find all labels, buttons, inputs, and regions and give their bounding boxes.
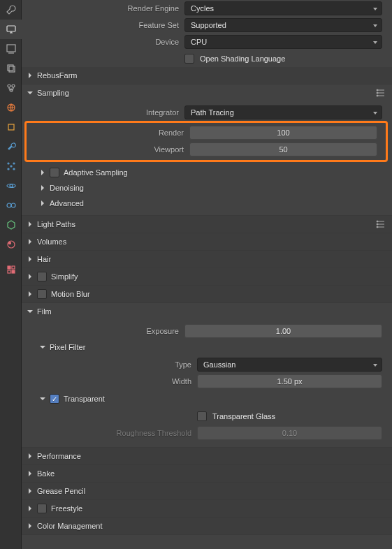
transparent-glass-checkbox[interactable] bbox=[197, 411, 207, 421]
panel-grease-pencil[interactable]: Grease Pencil bbox=[22, 483, 392, 499]
adaptive-sampling-checkbox[interactable] bbox=[50, 168, 59, 177]
filter-type-label: Type bbox=[40, 360, 197, 369]
chevron-down-icon bbox=[26, 89, 34, 97]
tab-particle[interactable] bbox=[0, 156, 22, 176]
svg-point-16 bbox=[7, 203, 11, 207]
svg-rect-22 bbox=[8, 270, 10, 273]
chevron-right-icon bbox=[38, 168, 47, 177]
simplify-checkbox[interactable] bbox=[37, 272, 47, 281]
svg-point-9 bbox=[8, 163, 9, 164]
tab-data[interactable] bbox=[0, 215, 22, 235]
properties-tabs bbox=[0, 0, 22, 549]
panel-simplify[interactable]: Simplify bbox=[22, 268, 392, 285]
panel-adaptive-sampling[interactable]: Adaptive Sampling bbox=[34, 165, 392, 180]
svg-point-12 bbox=[13, 168, 15, 170]
tab-view-layer[interactable] bbox=[0, 59, 22, 78]
chevron-down-icon bbox=[38, 343, 47, 351]
panel-light-paths[interactable]: Light Paths bbox=[22, 216, 392, 233]
tab-constraint[interactable] bbox=[0, 196, 22, 215]
panel-hair[interactable]: Hair bbox=[22, 251, 392, 268]
svg-point-25 bbox=[377, 92, 378, 94]
svg-point-28 bbox=[377, 224, 378, 225]
chevron-right-icon bbox=[26, 469, 34, 478]
tab-material[interactable] bbox=[0, 235, 22, 254]
device-select[interactable]: CPU bbox=[184, 35, 382, 49]
freestyle-checkbox[interactable] bbox=[37, 504, 47, 513]
panel-performance[interactable]: Performance bbox=[22, 448, 392, 464]
tab-world[interactable] bbox=[0, 98, 22, 117]
svg-point-27 bbox=[377, 221, 378, 222]
render-engine-select[interactable]: Cycles bbox=[184, 1, 382, 15]
svg-rect-2 bbox=[8, 65, 13, 71]
chevron-right-icon bbox=[26, 220, 34, 228]
chevron-right-icon bbox=[38, 199, 47, 207]
preset-icon[interactable] bbox=[374, 217, 388, 231]
integrator-label: Integrator bbox=[27, 108, 184, 117]
integrator-select[interactable]: Path Tracing bbox=[184, 105, 382, 119]
svg-point-17 bbox=[11, 203, 15, 207]
tab-tool[interactable] bbox=[0, 0, 22, 20]
panel-denoising[interactable]: Denoising bbox=[34, 180, 392, 196]
exposure-input[interactable]: 1.00 bbox=[184, 324, 382, 338]
panel-motion-blur[interactable]: Motion Blur bbox=[22, 286, 392, 302]
preset-icon[interactable] bbox=[374, 86, 388, 100]
transparent-glass-label: Transparent Glass bbox=[212, 412, 275, 420]
tab-modifier[interactable] bbox=[0, 137, 22, 156]
filter-width-label: Width bbox=[40, 377, 197, 386]
svg-rect-21 bbox=[12, 266, 15, 269]
svg-point-26 bbox=[377, 95, 378, 96]
tab-scene[interactable] bbox=[0, 78, 22, 98]
roughness-threshold-label: Roughness Threshold bbox=[40, 429, 197, 437]
chevron-right-icon bbox=[26, 71, 34, 80]
tab-object[interactable] bbox=[0, 117, 22, 137]
viewport-samples-label: Viewport bbox=[32, 145, 189, 154]
svg-point-10 bbox=[13, 163, 15, 164]
tab-render[interactable] bbox=[0, 20, 22, 39]
feature-set-label: Feature Set bbox=[27, 21, 184, 29]
filter-width-input[interactable]: 1.50 px bbox=[197, 374, 382, 388]
panel-rebusfarm[interactable]: RebusFarm bbox=[22, 67, 392, 84]
osl-checkbox[interactable] bbox=[184, 54, 194, 64]
svg-point-4 bbox=[8, 85, 10, 87]
render-engine-label: Render Engine bbox=[27, 4, 184, 13]
tab-physics[interactable] bbox=[0, 176, 22, 196]
chevron-right-icon bbox=[38, 184, 47, 192]
svg-point-13 bbox=[10, 166, 12, 167]
panel-bake[interactable]: Bake bbox=[22, 465, 392, 482]
chevron-down-icon bbox=[38, 395, 47, 403]
panel-sampling[interactable]: Sampling bbox=[22, 85, 392, 101]
svg-point-14 bbox=[10, 184, 13, 187]
filter-type-select[interactable]: Gaussian bbox=[197, 358, 382, 372]
tab-output[interactable] bbox=[0, 39, 22, 59]
chevron-right-icon bbox=[26, 290, 34, 298]
svg-point-5 bbox=[12, 85, 15, 87]
panel-freestyle[interactable]: Freestyle bbox=[22, 500, 392, 517]
render-samples-input[interactable]: 100 bbox=[189, 126, 377, 140]
svg-point-11 bbox=[8, 168, 9, 170]
svg-rect-3 bbox=[9, 66, 15, 72]
panel-transparent[interactable]: Transparent bbox=[34, 391, 392, 407]
svg-point-19 bbox=[8, 242, 10, 244]
panel-volumes[interactable]: Volumes bbox=[22, 233, 392, 250]
panel-advanced[interactable]: Advanced bbox=[34, 196, 392, 211]
feature-set-select[interactable]: Supported bbox=[184, 18, 382, 32]
svg-rect-0 bbox=[7, 26, 15, 31]
properties-panel: Render Engine Cycles Feature Set Support… bbox=[22, 0, 392, 549]
transparent-checkbox[interactable] bbox=[50, 394, 59, 404]
motion-blur-checkbox[interactable] bbox=[37, 289, 47, 299]
osl-label: Open Shading Language bbox=[200, 54, 285, 63]
tab-texture[interactable] bbox=[0, 260, 22, 279]
svg-point-24 bbox=[377, 89, 378, 91]
chevron-right-icon bbox=[26, 237, 34, 246]
viewport-samples-input[interactable]: 50 bbox=[189, 142, 377, 156]
svg-rect-1 bbox=[7, 45, 15, 52]
samples-highlight: Render 100 Viewport 50 bbox=[24, 121, 388, 162]
chevron-right-icon bbox=[26, 255, 34, 263]
exposure-label: Exposure bbox=[27, 327, 184, 335]
panel-film[interactable]: Film bbox=[22, 303, 392, 320]
panel-color-management[interactable]: Color Management bbox=[22, 518, 392, 534]
roughness-threshold-input[interactable]: 0.10 bbox=[197, 426, 382, 440]
panel-pixel-filter[interactable]: Pixel Filter bbox=[34, 339, 392, 355]
chevron-right-icon bbox=[26, 272, 34, 281]
chevron-down-icon bbox=[26, 307, 34, 316]
